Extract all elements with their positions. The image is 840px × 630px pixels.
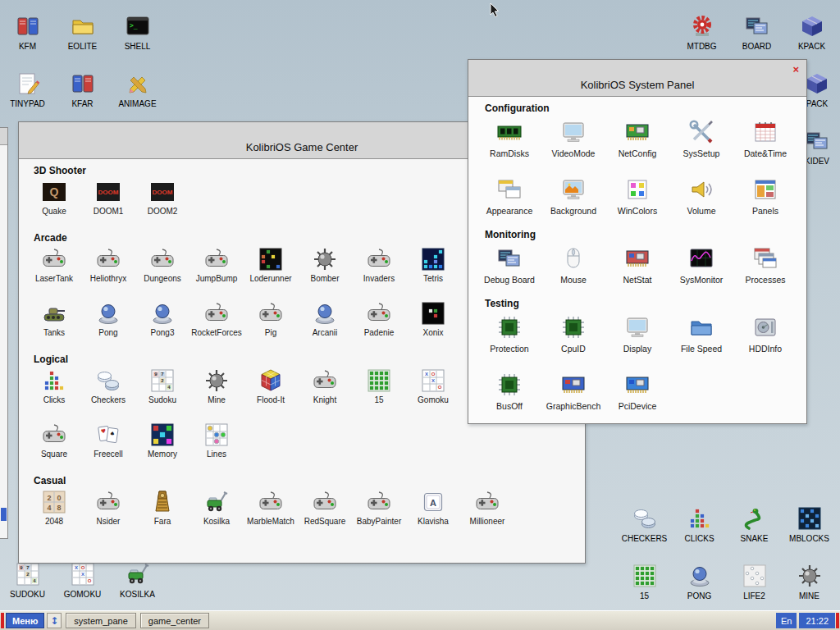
background-window-scroll-button[interactable]: [1, 508, 7, 521]
game-fara[interactable]: Fara: [135, 489, 189, 526]
game-doom1[interactable]: DOOMDOOM1: [81, 179, 135, 216]
panel-sysmonitor[interactable]: SysMonitor: [669, 245, 733, 285]
panel-panels[interactable]: Panels: [733, 176, 797, 216]
panel-graphicbench[interactable]: GraphicBench: [541, 372, 605, 411]
panel-videomode[interactable]: VideoMode: [541, 119, 605, 158]
panel-busoff[interactable]: BusOff: [477, 372, 541, 411]
clock[interactable]: 21:22: [799, 613, 835, 628]
life2-icon: [742, 563, 768, 589]
game-loderunner[interactable]: Loderunner: [244, 246, 298, 283]
language-indicator[interactable]: En: [776, 613, 797, 628]
sysmonitor-icon: [688, 245, 714, 272]
game-marblematch[interactable]: MarbleMatch: [244, 489, 298, 526]
game-sudoku[interactable]: 9724Sudoku: [135, 368, 189, 404]
icon-label: NetConfig: [619, 148, 657, 158]
taskbar-task-game-center[interactable]: game_center: [140, 613, 209, 628]
game-bomber[interactable]: Bomber: [298, 246, 352, 283]
game-redsquare[interactable]: RedSquare: [298, 489, 352, 526]
game-millioneer[interactable]: Millioneer: [460, 489, 514, 526]
panel-netstat[interactable]: NetStat: [605, 245, 669, 285]
close-icon[interactable]: ×: [792, 64, 799, 75]
game-knight[interactable]: Knight: [298, 368, 352, 404]
game-babypainter[interactable]: BabyPainter: [352, 489, 406, 526]
game-jumpbump[interactable]: JumpBump: [189, 246, 244, 283]
gomoku-icon: XOXO: [420, 368, 446, 394]
menu-button[interactable]: Меню: [6, 613, 44, 628]
panel-pcidevice[interactable]: PciDevice: [605, 372, 669, 411]
game-checkers[interactable]: Checkers: [81, 368, 135, 404]
kfm-icon: [15, 13, 41, 39]
game-invaders[interactable]: Invaders: [352, 246, 406, 283]
game-doom2[interactable]: DOOMDOOM2: [135, 179, 189, 216]
panel-mouse[interactable]: Mouse: [541, 245, 605, 285]
square-icon: [41, 422, 67, 448]
desktop-icon-snake[interactable]: SNAKE: [727, 505, 782, 563]
game-pong[interactable]: Pong: [81, 300, 135, 337]
system-panel-titlebar[interactable]: × KolibriOS System Panel: [468, 60, 806, 97]
panel-volume[interactable]: Volume: [669, 176, 733, 216]
game-heliothryx[interactable]: Heliothryx: [81, 246, 135, 283]
panel-file-speed[interactable]: File Speed: [669, 314, 733, 354]
desktop-icon-eolite[interactable]: EOLITE: [55, 13, 110, 71]
game-2048[interactable]: 20482048: [27, 489, 81, 526]
panel-cpuid[interactable]: CpuID: [541, 314, 605, 354]
game-flood-it[interactable]: Flood-It: [244, 368, 298, 404]
panel-hddinfo[interactable]: HDDInfo: [733, 314, 797, 354]
panel-date-time[interactable]: Date&Time: [733, 119, 797, 158]
desktop-icon-animage[interactable]: ANIMAGE: [110, 71, 165, 128]
panel-netconfig[interactable]: NetConfig: [605, 119, 669, 158]
icon-row: Square♥♠FreecellMemoryLines: [19, 422, 585, 459]
desktop-icon-clicks[interactable]: CLICKS: [672, 505, 727, 563]
desktop-icon-kfar[interactable]: KFAR: [55, 71, 110, 128]
taskbar: Меню ↕ system_panegame_center En 21:22: [0, 610, 840, 630]
panel-toggle-icon[interactable]: ↕: [47, 613, 62, 628]
desktop-icon-checkers[interactable]: CHECKERS: [617, 505, 672, 563]
game-clicks[interactable]: Clicks: [27, 368, 81, 404]
game-nsider[interactable]: Nsider: [81, 489, 135, 526]
game-lasertank[interactable]: LaserTank: [27, 246, 81, 283]
desktop: { "desktop": { "groups": { "top_left": […: [0, 0, 840, 630]
game-kosilka[interactable]: Kosilka: [189, 489, 244, 526]
panel-processes[interactable]: Processes: [733, 245, 797, 285]
game-15[interactable]: 15: [352, 368, 406, 404]
game-square[interactable]: Square: [27, 422, 81, 459]
system-panel-title: KolibriOS System Panel: [468, 79, 806, 91]
file-speed-icon: [688, 314, 714, 340]
desktop-icon-kfm[interactable]: KFM: [0, 13, 55, 71]
panel-syssetup[interactable]: SysSetup: [669, 119, 733, 158]
panel-wincolors[interactable]: WinColors: [605, 176, 669, 216]
game-lines[interactable]: Lines: [189, 422, 244, 459]
panel-protection[interactable]: Protection: [477, 314, 541, 354]
game-mine[interactable]: Mine: [189, 368, 244, 404]
game-tanks[interactable]: Tanks: [27, 300, 81, 337]
desktop-icon-mblocks[interactable]: MBLOCKS: [782, 505, 837, 563]
game-pig[interactable]: Pig: [244, 300, 298, 337]
game-memory[interactable]: Memory: [135, 422, 189, 459]
panel-debug-board[interactable]: Debug Board: [477, 245, 541, 285]
icon-label: DOOM2: [148, 207, 178, 216]
section-header-configuration: Configuration: [485, 103, 806, 114]
system-panel-window[interactable]: × KolibriOS System Panel ConfigurationRa…: [468, 59, 807, 424]
panel-background[interactable]: Background: [541, 176, 605, 216]
game-quake[interactable]: QQuake: [27, 179, 81, 216]
game-dungeons[interactable]: Dungeons: [135, 246, 189, 283]
icon-label: Gomoku: [418, 395, 449, 404]
taskbar-task-system-pane[interactable]: system_pane: [66, 613, 135, 628]
game-freecell[interactable]: ♥♠Freecell: [81, 422, 135, 459]
syssetup-icon: [688, 119, 714, 145]
game-arcanii[interactable]: Arcanii: [298, 300, 352, 337]
game-xonix[interactable]: Xonix: [406, 300, 460, 337]
icon-label: Sudoku: [148, 395, 176, 404]
game-gomoku[interactable]: XOXOGomoku: [406, 368, 460, 404]
game-rocketforces[interactable]: RocketForces: [189, 300, 244, 337]
game-tetris[interactable]: Tetris: [406, 246, 460, 283]
panel-appearance[interactable]: Appearance: [477, 176, 541, 216]
pack-icon: [804, 71, 830, 97]
game-padenie[interactable]: Padenie: [352, 300, 406, 337]
panel-display[interactable]: Display: [605, 314, 669, 354]
desktop-icon-tinypad[interactable]: TINYPAD: [0, 71, 55, 128]
panel-ramdisks[interactable]: RamDisks: [477, 119, 541, 158]
desktop-icon-shell[interactable]: >_SHELL: [110, 13, 165, 71]
game-klavisha[interactable]: AKlavisha: [406, 489, 460, 526]
game-pong3[interactable]: Pong3: [135, 300, 189, 337]
